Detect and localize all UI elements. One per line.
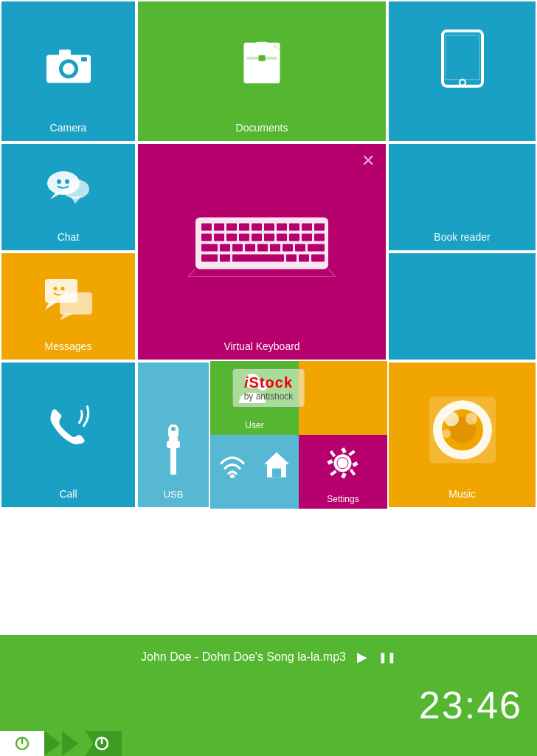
music-label: Music [389, 488, 536, 500]
song-title: John Doe - Dohn Doe's Song la-la.mp3 [141, 650, 346, 664]
svg-rect-42 [245, 244, 255, 252]
svg-rect-9 [443, 30, 482, 86]
keyboard-icon [188, 203, 336, 279]
svg-point-84 [465, 413, 477, 425]
tablet-tile[interactable] [387, 0, 537, 142]
svg-rect-61 [60, 292, 92, 315]
usb-tile[interactable]: USB [136, 361, 210, 509]
call-icon [44, 402, 92, 453]
vkeyboard-tile[interactable]: ✕ [136, 142, 387, 361]
call-label: Call [1, 488, 135, 500]
svg-rect-28 [314, 224, 325, 231]
svg-point-78 [339, 459, 347, 467]
svg-point-66 [245, 374, 260, 388]
user-tile[interactable]: User [210, 361, 299, 435]
svg-point-60 [60, 287, 64, 291]
svg-rect-39 [201, 244, 218, 252]
camera-label: Camera [1, 122, 135, 134]
pause-button[interactable]: ❚❚ [378, 651, 396, 663]
tablet-icon [437, 29, 488, 94]
settings-tile[interactable]: Settings [299, 435, 387, 509]
svg-rect-3 [59, 49, 71, 57]
music-bar: John Doe - Dohn Doe's Song la-la.mp3 ▶ ❚… [0, 635, 537, 679]
chat-label: Chat [1, 231, 135, 243]
chat-tile[interactable]: Chat [0, 142, 136, 252]
svg-rect-45 [283, 244, 293, 252]
wifi-home-area [210, 435, 299, 509]
chevron-1 [44, 731, 60, 756]
power-button-green[interactable] [81, 731, 122, 756]
svg-point-16 [57, 179, 61, 184]
svg-marker-13 [50, 192, 63, 199]
svg-rect-33 [252, 234, 262, 241]
bookreader-bottom [387, 252, 537, 361]
messages-label: Messages [1, 340, 135, 352]
svg-point-83 [444, 411, 459, 426]
chevron-2 [62, 731, 78, 756]
usb-label: USB [164, 489, 184, 500]
camera-icon [43, 44, 94, 86]
documents-tile[interactable]: Documents [136, 0, 387, 142]
svg-rect-36 [289, 234, 299, 241]
svg-rect-23 [252, 224, 262, 231]
svg-rect-44 [270, 244, 280, 252]
svg-rect-51 [286, 255, 297, 262]
svg-rect-47 [308, 244, 325, 252]
user-label: User [210, 420, 299, 430]
svg-rect-46 [295, 244, 305, 252]
svg-rect-49 [220, 255, 230, 262]
watermark-id: 164484452 [6, 747, 39, 755]
svg-rect-50 [232, 255, 284, 262]
vkeyboard-label: Virtual Keyboard [138, 340, 386, 352]
svg-rect-19 [201, 224, 212, 231]
svg-marker-15 [71, 196, 81, 204]
svg-point-85 [442, 429, 451, 438]
bookreader-tile[interactable]: Book reader [387, 142, 537, 252]
documents-label: Documents [138, 122, 386, 134]
power-bar: 164484452 [0, 731, 537, 756]
svg-point-2 [63, 63, 75, 75]
messages-tile[interactable]: Messages [0, 252, 136, 361]
svg-line-55 [328, 269, 336, 277]
close-icon[interactable]: ✕ [361, 151, 375, 171]
bookreader-label: Book reader [389, 231, 536, 243]
svg-point-17 [65, 179, 69, 184]
svg-rect-26 [289, 224, 299, 231]
svg-rect-53 [311, 255, 325, 262]
documents-icon [238, 38, 286, 89]
home-icon [263, 449, 291, 484]
play-button[interactable]: ▶ [357, 649, 367, 665]
call-tile[interactable]: Call [0, 361, 136, 509]
svg-rect-75 [272, 468, 281, 477]
bottom-bar: John Doe - Dohn Doe's Song la-la.mp3 ▶ ❚… [0, 635, 537, 756]
svg-marker-58 [45, 301, 58, 310]
camera-tile[interactable]: Camera [0, 0, 136, 142]
time-display: 23:46 [419, 683, 522, 727]
svg-point-73 [230, 474, 235, 478]
svg-rect-52 [299, 255, 309, 262]
svg-rect-38 [314, 234, 325, 241]
music-icon [426, 393, 499, 469]
svg-rect-29 [201, 234, 212, 241]
svg-rect-4 [81, 57, 87, 61]
svg-rect-48 [201, 255, 218, 262]
music-tile[interactable]: Music [387, 361, 537, 509]
svg-point-11 [460, 79, 465, 85]
svg-rect-35 [277, 234, 287, 241]
messages-icon [42, 276, 95, 323]
svg-rect-41 [232, 244, 243, 252]
svg-rect-37 [302, 234, 312, 241]
user-icon [236, 371, 273, 413]
settings-icon [327, 447, 360, 485]
home-tile[interactable] [254, 435, 299, 509]
svg-rect-32 [239, 234, 249, 241]
wifi-tile[interactable] [210, 435, 254, 509]
svg-rect-86 [170, 445, 176, 475]
svg-rect-6 [247, 47, 277, 75]
svg-rect-40 [220, 244, 230, 252]
svg-rect-43 [257, 244, 268, 252]
svg-rect-25 [277, 224, 287, 231]
svg-rect-20 [214, 224, 224, 231]
music-upper [299, 361, 387, 435]
svg-rect-10 [446, 35, 479, 79]
